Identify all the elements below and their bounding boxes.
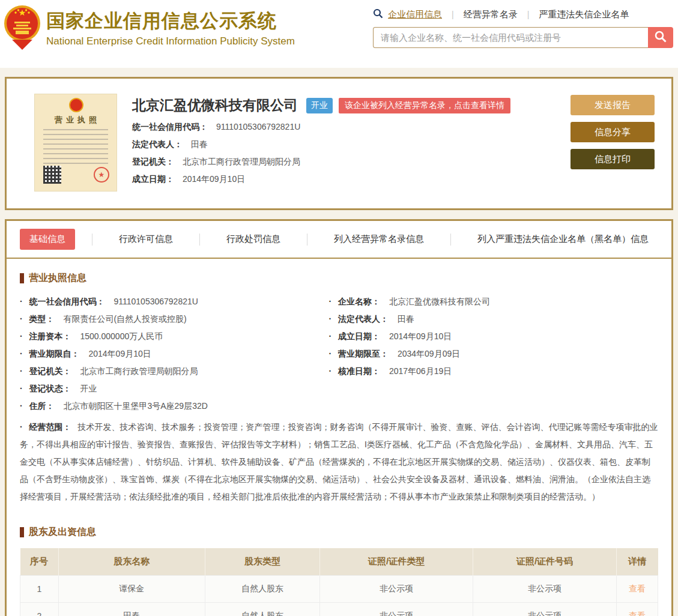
basic-info-panel: 营业执照信息 统一社会信用代码： 91110105306792821U 企业名称… (7, 259, 671, 616)
summary-info: 北京汇盈优微科技有限公司 开业 该企业被列入经营异常名录，点击查看详情 统一社会… (132, 94, 563, 192)
column-header: 股东名称 (58, 548, 205, 575)
cell-index: 2 (20, 602, 59, 616)
abnormal-warning-badge[interactable]: 该企业被列入经营异常名录，点击查看详情 (339, 98, 510, 113)
tab-blacklist[interactable]: 列入严重违法失信企业名单（黑名单）信息 (468, 229, 658, 250)
company-summary-card: 营业执照 ★ 北京汇盈优微科技有限公司 开业 该企业被列入经营异常名录，点击查看… (5, 77, 673, 210)
business-license-image: 营业执照 ★ (34, 94, 117, 192)
field-value: 北京市工商行政管理局朝阳分局 (80, 366, 198, 376)
tab-bar: 基础信息 行政许可信息 行政处罚信息 列入经营异常名录信息 列入严重违法失信企业… (7, 221, 671, 259)
field-row: 注册资本： 1500.000000万人民币 成立日期： 2014年09月10日 (20, 331, 658, 342)
license-emblem-icon (69, 98, 83, 112)
table-header-row: 序号 股东名称 股东类型 证照/证件类型 证照/证件号码 详情 (20, 548, 658, 575)
field-value: 2014年09月10日 (88, 349, 151, 358)
field-row: 统一社会信用代码： 91110105306792821U 企业名称： 北京汇盈优… (20, 297, 658, 307)
cell-shareholder-type: 自然人股东 (205, 602, 319, 616)
field-value: 技术开发、技术咨询、技术服务；投资管理；资产管理；投资咨询；财务咨询（不得开展审… (20, 422, 658, 501)
field-value: 北京汇盈优微科技有限公司 (389, 297, 490, 306)
field: 核准日期： 2017年06月19日 (328, 366, 658, 376)
share-info-button[interactable]: 信息分享 (571, 122, 655, 142)
cell-certificate-number: 非公示项 (473, 602, 617, 616)
field-label: 登记机关： (29, 366, 71, 376)
field-label: 统一社会信用代码： (132, 122, 208, 131)
tab-administrative-penalty[interactable]: 行政处罚信息 (217, 229, 290, 250)
license-title: 营业执照 (35, 115, 117, 125)
tab-separator (307, 234, 307, 246)
cell-certificate-type: 非公示项 (320, 602, 473, 616)
header-nav: 企业信用信息 | 经营异常名录 | 严重违法失信企业名单 (373, 7, 673, 22)
field-row: 营业期限自： 2014年09月10日 营业期限至： 2034年09月09日 (20, 349, 658, 359)
nav-link-abnormal-list[interactable]: 经营异常名录 (464, 9, 518, 20)
search-button[interactable] (648, 27, 673, 48)
tab-abnormal-operations[interactable]: 列入经营异常名录信息 (324, 229, 434, 250)
summary-field: 登记机关： 北京市工商行政管理局朝阳分局 (132, 157, 563, 167)
qr-code-icon (43, 166, 61, 184)
search-icon (373, 8, 383, 20)
tab-separator (92, 234, 92, 246)
field: 登记机关： 北京市工商行政管理局朝阳分局 (20, 366, 328, 376)
field-value: 91110105306792821U (114, 297, 198, 306)
company-name: 北京汇盈优微科技有限公司 (132, 96, 298, 115)
field-value: 有限责任公司(自然人投资或控股) (63, 314, 186, 324)
field-label: 营业期限自： (29, 349, 80, 358)
field-label: 成立日期： (132, 174, 174, 184)
view-detail-link[interactable]: 查看 (629, 611, 646, 616)
field-label: 企业名称： (338, 297, 380, 306)
cell-certificate-type: 非公示项 (320, 575, 473, 602)
field: 企业名称： 北京汇盈优微科技有限公司 (328, 297, 658, 307)
field-value: 北京市工商行政管理局朝阳分局 (183, 157, 300, 166)
field: 类型： 有限责任公司(自然人投资或控股) (20, 314, 328, 324)
site-title: 国家企业信用信息公示系统 (46, 8, 295, 34)
search-input[interactable] (373, 27, 648, 48)
send-report-button[interactable]: 发送报告 (571, 95, 655, 115)
business-scope: 经营范围：技术开发、技术咨询、技术服务；投资管理；资产管理；投资咨询；财务咨询（… (20, 418, 658, 506)
status-badge: 开业 (306, 98, 333, 113)
field-value: 2017年06月19日 (389, 366, 452, 376)
tab-administrative-licensing[interactable]: 行政许可信息 (109, 229, 183, 250)
cell-shareholder-name: 谭保金 (58, 575, 205, 602)
field-value: 田春 (398, 314, 414, 324)
field-label: 成立日期： (338, 331, 380, 341)
column-header: 证照/证件号码 (473, 548, 617, 575)
license-text-lines (43, 129, 108, 164)
summary-field: 成立日期： 2014年09月10日 (132, 174, 563, 184)
summary-buttons: 发送报告 信息分享 信息打印 (571, 94, 655, 192)
field-label: 法定代表人： (132, 139, 183, 149)
field-label: 类型： (29, 314, 55, 324)
search-bar (373, 27, 673, 48)
red-seal-icon: ★ (94, 167, 109, 183)
field: 成立日期： 2014年09月10日 (328, 331, 658, 342)
cell-index: 1 (20, 575, 59, 602)
field-label: 注册资本： (29, 331, 71, 341)
field-value: 2014年09月10日 (183, 174, 245, 184)
field-value: 91110105306792821U (216, 122, 300, 131)
field-label: 营业期限至： (338, 349, 389, 358)
field-row: 登记状态： 开业 (20, 384, 658, 394)
field-label: 经营范围： (29, 422, 71, 432)
nav-link-enterprise-credit[interactable]: 企业信用信息 (388, 9, 442, 20)
section-title-bar (20, 273, 24, 283)
license-section-title: 营业执照信息 (20, 272, 658, 285)
field-label: 核准日期： (338, 366, 380, 376)
table-row: 2 田春 自然人股东 非公示项 非公示项 查看 (20, 602, 658, 616)
column-header: 证照/证件类型 (320, 548, 473, 575)
field: 注册资本： 1500.000000万人民币 (20, 331, 328, 342)
summary-field: 法定代表人： 田春 (132, 139, 563, 149)
field: 营业期限至： 2034年09月09日 (328, 349, 658, 359)
field-label: 登记机关： (132, 157, 174, 166)
site-header: 国家企业信用信息公示系统 National Enterprise Credit … (0, 0, 678, 68)
nav-separator: | (527, 10, 530, 19)
view-detail-link[interactable]: 查看 (629, 584, 646, 593)
page-content: 营业执照 ★ 北京汇盈优微科技有限公司 开业 该企业被列入经营异常名录，点击查看… (0, 68, 678, 616)
national-emblem-icon (4, 4, 41, 53)
field-label: 登记状态： (29, 384, 71, 393)
field-value: 2034年09月09日 (398, 349, 460, 358)
nav-link-illegal-blacklist[interactable]: 严重违法失信企业名单 (539, 9, 629, 20)
detail-card: 基础信息 行政许可信息 行政处罚信息 列入经营异常名录信息 列入严重违法失信企业… (5, 219, 673, 616)
tab-basic-info[interactable]: 基础信息 (20, 229, 75, 250)
search-icon (654, 30, 667, 45)
print-info-button[interactable]: 信息打印 (571, 149, 655, 169)
field: 法定代表人： 田春 (328, 314, 658, 324)
field-value: 北京市朝阳区十里堡甲3号A座29层32D (63, 401, 207, 411)
column-header: 股东类型 (205, 548, 319, 575)
tab-separator (450, 234, 451, 246)
